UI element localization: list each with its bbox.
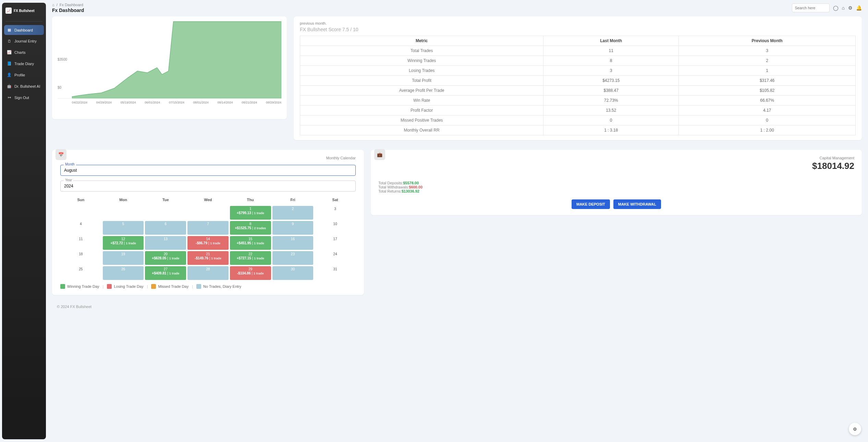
- table-row: Losing Trades31: [300, 66, 856, 76]
- sidebar-item-dr-bullsheet-ai[interactable]: 🤖Dr. Bullsheet AI: [4, 81, 44, 91]
- table-cell: Total Trades: [300, 46, 543, 56]
- cal-cell[interactable]: 2: [272, 206, 314, 220]
- metrics-table: MetricLast MonthPrevious Month Total Tra…: [300, 36, 856, 135]
- cal-cell[interactable]: 13: [145, 236, 186, 250]
- sidebar-item-profile[interactable]: 👤Profile: [4, 70, 44, 80]
- legend-item: Winning Trade Day: [60, 284, 99, 289]
- cal-cell[interactable]: 14-$86.79 | 1 trade: [187, 236, 229, 250]
- wallet-icon: 💼: [374, 149, 385, 160]
- settings-fab[interactable]: ⚙: [849, 423, 861, 435]
- x-tick: 08/01/2024: [193, 101, 209, 104]
- cal-cell[interactable]: 1+$799.13 | 1 trade: [230, 206, 271, 220]
- sidebar-item-charts[interactable]: 📈Charts: [4, 47, 44, 57]
- search-input[interactable]: [792, 3, 830, 12]
- cal-cell[interactable]: 6: [145, 221, 186, 235]
- cal-day-number: 7: [187, 222, 229, 226]
- cal-cell[interactable]: 20+$628.05 | 1 trade: [145, 251, 186, 265]
- cal-day-header: Wed: [187, 196, 229, 205]
- make-withdrawal-button[interactable]: MAKE WITHDRAWAL: [613, 199, 661, 209]
- cal-cell[interactable]: 24: [315, 251, 356, 265]
- cal-day-number: 4: [60, 222, 101, 226]
- nav-icon: ↦: [7, 95, 12, 100]
- sidebar-item-journal-entry[interactable]: 🗒Journal Entry: [4, 36, 44, 46]
- table-cell: Profit Factor: [300, 106, 543, 115]
- cal-cell[interactable]: 21-$149.76 | 1 trade: [187, 251, 229, 265]
- cal-cell[interactable]: 10: [315, 221, 356, 235]
- breadcrumb-current[interactable]: Fx Dashboard: [60, 3, 83, 7]
- home-icon[interactable]: ⌂: [842, 5, 845, 11]
- table-cell: Winning Trades: [300, 56, 543, 66]
- table-row: Profit Factor13.524.17: [300, 106, 856, 115]
- cal-cell[interactable]: 22+$727.15 | 1 trade: [230, 251, 271, 265]
- table-row: Total Trades113: [300, 46, 856, 56]
- table-row: Winning Trades82: [300, 56, 856, 66]
- home-icon[interactable]: ⌂: [52, 3, 54, 7]
- nav-icon: ▦: [7, 28, 12, 32]
- cal-day-header: Sun: [60, 196, 101, 205]
- cal-cell[interactable]: 5: [103, 221, 144, 235]
- cal-cell[interactable]: 27+$409.81 | 1 trade: [145, 266, 186, 280]
- sidebar-item-sign-out[interactable]: ↦Sign Out: [4, 93, 44, 102]
- table-cell: $388.47: [543, 86, 679, 96]
- table-cell: 72.73%: [543, 96, 679, 106]
- cal-cell[interactable]: 25: [60, 266, 101, 280]
- cal-cell[interactable]: 31: [315, 266, 356, 280]
- cal-trade-count: 1 trade: [126, 242, 136, 245]
- cal-day-number: 23: [272, 252, 314, 256]
- cal-cell[interactable]: 26: [103, 266, 144, 280]
- cal-cell[interactable]: 30: [272, 266, 314, 280]
- month-select[interactable]: [60, 165, 356, 176]
- cal-cell[interactable]: 9: [272, 221, 314, 235]
- cal-day-number: 3: [315, 207, 356, 211]
- cal-day-number: 9: [272, 222, 314, 226]
- table-cell: $317.46: [679, 76, 856, 86]
- table-cell: $4273.15: [543, 76, 679, 86]
- capital-value: $600.00: [409, 185, 423, 189]
- cal-cell[interactable]: 11: [60, 236, 101, 250]
- cal-day-number: 30: [272, 267, 314, 271]
- bell-icon[interactable]: 🔔: [856, 5, 862, 11]
- capital-row: Total Returns:$13036.92: [378, 189, 854, 193]
- table-cell: 3: [679, 46, 856, 56]
- cal-trade-count: 1 trade: [211, 257, 221, 260]
- make-deposit-button[interactable]: MAKE DEPOSIT: [572, 199, 610, 209]
- metrics-title: FX Bullsheet Score 7.5 / 10: [300, 27, 856, 32]
- cal-cell[interactable]: 3: [315, 206, 356, 220]
- cal-day-header: Thu: [230, 196, 271, 205]
- cal-cell[interactable]: 18: [60, 251, 101, 265]
- cal-trade-count: 1 trade: [254, 272, 264, 275]
- table-row: Total Profit$4273.15$317.46: [300, 76, 856, 86]
- table-header: Metric: [300, 36, 543, 46]
- calendar-title: Monthly Calendar: [60, 156, 356, 160]
- cal-day-number: 6: [145, 222, 186, 226]
- legend-item: No Trades, Diary Entry: [196, 284, 241, 289]
- table-cell: Missed Positive Trades: [300, 115, 543, 125]
- cal-cell[interactable]: 29-$104.86 | 1 trade: [230, 266, 271, 280]
- table-row: Monthly Overall RR1 : 3.181 : 2.00: [300, 125, 856, 135]
- cal-cell[interactable]: 8+$1525.75 | 2 trades: [230, 221, 271, 235]
- capital-row: Total Deposits:$5578.00: [378, 181, 854, 185]
- sidebar-item-trade-diary[interactable]: 📘Trade Diary: [4, 59, 44, 69]
- nav-icon: 📈: [7, 50, 12, 54]
- cal-cell[interactable]: 19: [103, 251, 144, 265]
- legend-item: Missed Trade Day: [151, 284, 188, 289]
- cal-cell[interactable]: 23: [272, 251, 314, 265]
- cal-cell[interactable]: 17: [315, 236, 356, 250]
- nav-label: Trade Diary: [14, 62, 34, 66]
- account-icon[interactable]: ◯: [833, 5, 839, 11]
- cal-cell[interactable]: 28: [187, 266, 229, 280]
- cal-cell[interactable]: 16: [272, 236, 314, 250]
- cal-cell[interactable]: 15+$451.95 | 1 trade: [230, 236, 271, 250]
- sidebar-item-dashboard[interactable]: ▦Dashboard: [4, 25, 44, 35]
- calendar-grid: SunMonTueWedThuFriSat1+$799.13 | 1 trade…: [60, 196, 356, 280]
- cal-pnl: -$104.86 | 1 trade: [237, 271, 264, 275]
- table-cell: 66.67%: [679, 96, 856, 106]
- cal-cell[interactable]: 12+$72.72 | 1 trade: [103, 236, 144, 250]
- year-select[interactable]: [60, 181, 356, 192]
- cal-cell[interactable]: 4: [60, 221, 101, 235]
- settings-icon[interactable]: ⚙: [848, 5, 853, 11]
- legend-label: No Trades, Diary Entry: [203, 284, 241, 288]
- cal-day-number: 21: [187, 252, 229, 256]
- table-cell: 2: [679, 56, 856, 66]
- cal-cell[interactable]: 7: [187, 221, 229, 235]
